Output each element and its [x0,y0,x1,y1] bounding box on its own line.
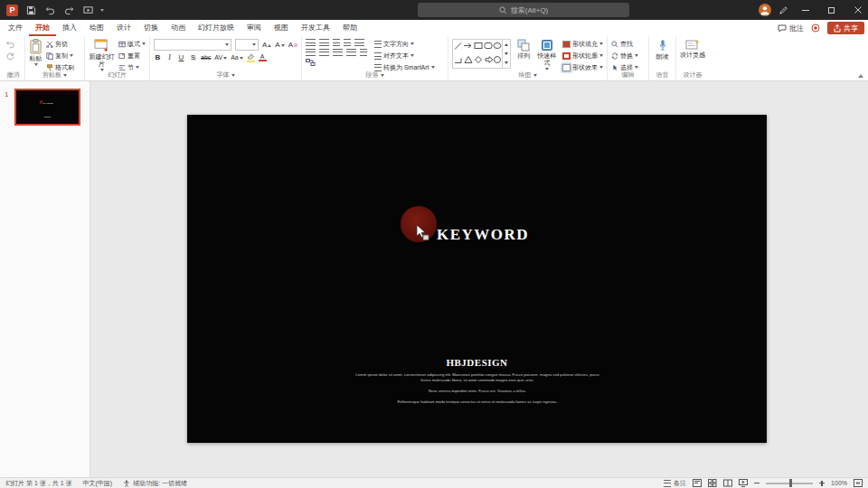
shrink-font-button[interactable]: A [275,41,284,49]
search-box[interactable]: 搜索(Alt+Q) [418,3,629,17]
tab-help[interactable]: 帮助 [336,20,363,36]
editing-canvas[interactable]: KEYWORD HBJDESIGN Lorem ipsum dolor sit … [90,81,868,477]
slide-body-paragraph[interactable]: Lorem ipsum dolor sit amet, consectetuer… [355,371,599,383]
underline-button[interactable]: U [177,53,185,61]
columns-icon[interactable] [360,49,367,56]
change-case-button[interactable]: Aa [231,54,243,61]
line-spacing-icon[interactable] [354,39,364,46]
collapse-ribbon-button[interactable] [858,74,863,78]
grow-font-button[interactable]: A [262,41,271,49]
save-icon[interactable] [24,4,37,16]
zoom-level[interactable]: 100% [831,480,847,486]
close-button[interactable] [847,0,868,20]
minimize-button[interactable] [795,0,816,20]
find-button[interactable]: 查找 [611,39,638,49]
text-shadow-button[interactable]: S [189,53,197,61]
tab-review[interactable]: 审阅 [241,20,268,36]
copy-button[interactable]: 复制 [46,51,74,61]
slide-heading-text[interactable]: HBJDESIGN [187,357,767,368]
shapes-gallery-scrollbar[interactable] [502,40,510,68]
slide-body-paragraph[interactable]: Pellentesque habitant morbi tristique se… [355,399,599,404]
paste-button[interactable]: 粘贴 [29,39,42,66]
paragraph-dialog-launcher[interactable] [381,74,384,77]
shape-fill-button[interactable]: 形状填充 [562,39,603,49]
decrease-indent-icon[interactable] [333,39,340,46]
clipboard-dialog-launcher[interactable] [63,74,67,77]
slide-sorter-view-button[interactable] [708,479,717,487]
zoom-slider-thumb[interactable] [789,479,792,487]
align-right-icon[interactable] [333,49,343,56]
shape-outline-button[interactable]: 形状轮廓 [562,51,603,61]
titlebar-right [759,0,868,20]
pen-icon[interactable] [777,4,789,16]
numbering-icon[interactable] [319,39,329,46]
fit-to-window-button[interactable] [854,479,863,487]
tab-transitions[interactable]: 切换 [137,20,165,36]
replace-button[interactable]: 替换 [611,51,638,61]
slide-body-textbox[interactable]: Lorem ipsum dolor sit amet, consectetuer… [355,371,599,405]
zoom-in-button[interactable] [819,481,825,486]
normal-view-button[interactable] [693,479,702,487]
font-color-button[interactable]: A [259,54,267,62]
reset-button[interactable]: 重置 [118,51,146,61]
quick-styles-button[interactable]: 快速样式 [537,39,557,70]
tab-view[interactable]: 视图 [268,20,295,36]
drawing-dialog-launcher[interactable] [533,74,537,77]
customize-qat-icon[interactable] [100,9,104,12]
cut-button[interactable]: 剪切 [46,39,74,49]
smartart-icon[interactable] [306,59,316,66]
align-center-icon[interactable] [319,49,329,56]
italic-button[interactable]: I [165,53,174,61]
font-dialog-launcher[interactable] [231,74,235,77]
tab-insert[interactable]: 插入 [56,20,83,36]
shapes-gallery[interactable] [452,39,511,69]
record-button[interactable] [811,23,820,33]
redo-icon[interactable] [62,4,75,16]
tab-animations[interactable]: 动画 [165,20,192,36]
tab-draw[interactable]: 绘图 [83,20,110,36]
keyword-text[interactable]: KEYWORD [437,226,529,244]
tab-file[interactable]: 文件 [2,20,29,36]
notes-button[interactable]: 备注 [664,479,686,488]
character-spacing-button[interactable]: AV [214,54,227,61]
language-indicator[interactable]: 中文(中国) [83,479,113,488]
arrange-button[interactable]: 排列 [514,39,533,60]
avatar[interactable] [759,4,771,16]
tab-design[interactable]: 设计 [110,20,137,36]
zoom-slider[interactable] [766,483,813,484]
read-aloud-button[interactable]: 朗读 [656,39,669,61]
bullets-icon[interactable] [306,39,316,46]
tab-slideshow[interactable]: 幻灯片放映 [192,20,241,36]
comments-button[interactable]: 批注 [778,23,804,33]
repeat-button[interactable] [5,51,15,61]
share-button[interactable]: 共享 [827,22,864,34]
start-slideshow-icon[interactable] [81,4,94,16]
slide-thumbnail[interactable]: KEYWORD HBJDESIGN Lorem ipsum dolor sit … [14,89,80,126]
slide-canvas[interactable]: KEYWORD HBJDESIGN Lorem ipsum dolor sit … [187,115,767,443]
clear-formatting-button[interactable]: A [288,41,297,49]
reading-view-button[interactable] [723,479,732,487]
align-text-button[interactable]: 对齐文本 [374,51,435,61]
undo-icon[interactable] [43,4,56,16]
maximize-button[interactable] [821,0,842,20]
highlight-color-button[interactable] [247,53,255,62]
layout-button[interactable]: 版式 [118,39,146,49]
accessibility-status[interactable]: 辅助功能: 一切就绪 [123,479,187,488]
increase-indent-icon[interactable] [344,39,351,46]
copy-icon [46,52,53,60]
bold-button[interactable]: B [154,53,162,61]
slide-body-paragraph[interactable]: Nunc viverra imperdiet enim. Fusce est. … [355,388,599,393]
tab-home[interactable]: 开始 [29,20,56,36]
tab-developer[interactable]: 开发工具 [295,20,336,36]
slideshow-view-button[interactable] [739,479,748,487]
design-ideas-button[interactable]: 设计灵感 [680,39,705,59]
new-slide-button[interactable]: 新建幻灯片 [89,39,115,71]
font-size-combo[interactable] [235,39,259,51]
align-left-icon[interactable] [306,49,316,56]
strikethrough-button[interactable]: abc [201,54,211,61]
text-direction-button[interactable]: 文字方向 [374,39,435,49]
justify-icon[interactable] [346,49,356,56]
font-name-combo[interactable] [154,39,231,51]
zoom-out-button[interactable] [754,483,760,484]
undo-button[interactable] [5,39,15,49]
